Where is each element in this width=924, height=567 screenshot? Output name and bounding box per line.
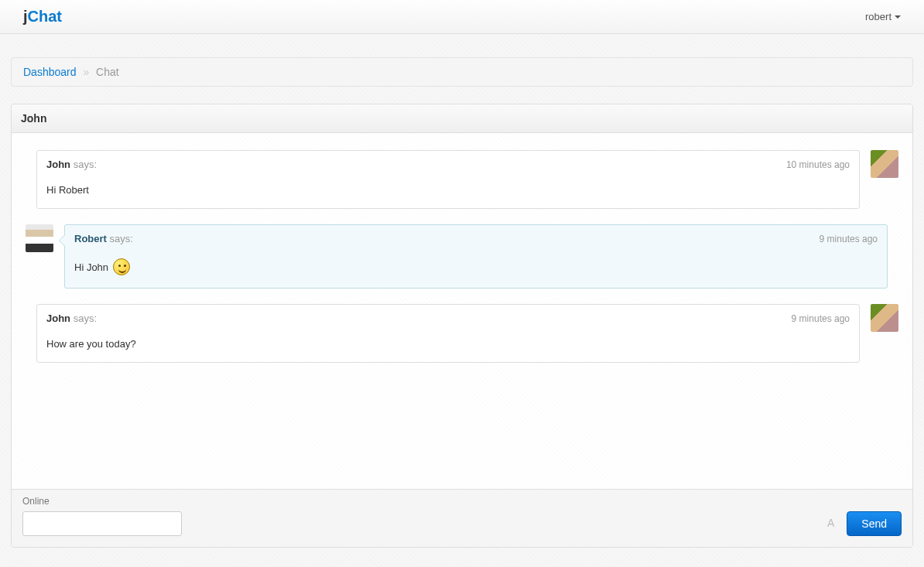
panel-heading: John [12, 104, 912, 133]
composer-footer: Online A Send [12, 489, 912, 547]
message-input[interactable] [22, 511, 182, 536]
chat-panel: John John says: 10 minutes ago Hi Robert [11, 104, 913, 548]
user-dropdown[interactable]: robert [865, 11, 901, 22]
message-time: 9 minutes ago [792, 313, 850, 324]
message-bubble: John says: 9 minutes ago How are you tod… [36, 304, 860, 363]
message-author: Robert says: [74, 233, 133, 244]
message-input-wrap: A [22, 511, 840, 536]
message-bubble: John says: 10 minutes ago Hi Robert [36, 150, 860, 209]
brand-logo[interactable]: jChat [23, 8, 62, 26]
message-row: Robert says: 9 minutes ago Hi John [26, 224, 898, 289]
message-time: 9 minutes ago [820, 234, 878, 244]
message-row: John says: 9 minutes ago How are you tod… [26, 304, 898, 363]
message-author: John says: [46, 313, 97, 324]
avatar [871, 150, 898, 178]
breadcrumb-divider: » [79, 66, 93, 78]
message-bubble: Robert says: 9 minutes ago Hi John [64, 224, 888, 289]
breadcrumb-current: Chat [96, 66, 119, 78]
message-list: John says: 10 minutes ago Hi Robert Robe… [12, 133, 912, 489]
font-icon[interactable]: A [827, 517, 834, 529]
navbar: jChat robert [0, 0, 924, 34]
avatar [26, 224, 53, 252]
breadcrumb-dashboard-link[interactable]: Dashboard [23, 66, 77, 78]
message-time: 10 minutes ago [786, 159, 850, 170]
caret-down-icon [895, 15, 901, 19]
message-text: Hi John [74, 258, 878, 275]
avatar [871, 304, 898, 332]
breadcrumb: Dashboard » Chat [11, 57, 913, 87]
message-author: John says: [46, 159, 97, 170]
send-button[interactable]: Send [847, 511, 902, 536]
user-name: robert [865, 11, 891, 22]
brand-suffix: Chat [28, 8, 62, 25]
wink-emoji-icon [113, 258, 130, 275]
message-text: How are you today? [46, 338, 850, 350]
message-text: Hi Robert [46, 184, 850, 196]
online-status: Online [22, 496, 902, 507]
message-row: John says: 10 minutes ago Hi Robert [26, 150, 898, 209]
